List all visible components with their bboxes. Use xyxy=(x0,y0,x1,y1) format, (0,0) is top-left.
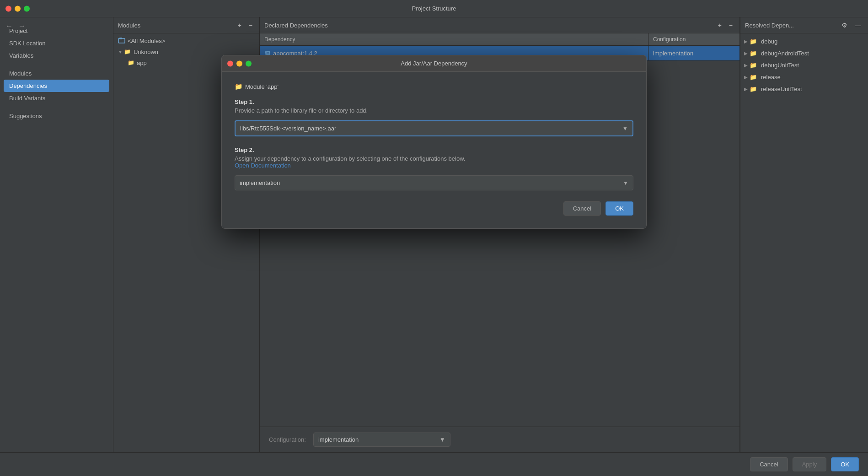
nav-arrows: ← → xyxy=(4,21,27,31)
add-jar-aar-dialog: Add Jar/Aar Dependency 📁 Module 'app' St… xyxy=(221,55,647,229)
resolved-item-debug[interactable]: ▶ 📁 debug xyxy=(740,35,868,47)
dep-col-dependency: Dependency xyxy=(260,33,648,45)
step2-section: Step 2. Assign your dependency to a conf… xyxy=(235,146,633,190)
folder-dut-icon: 📁 xyxy=(750,61,757,69)
resolved-tree: ▶ 📁 debug ▶ 📁 debugAndroidTest ▶ 📁 debug… xyxy=(740,33,868,97)
unknown-label: Unknown xyxy=(134,49,158,55)
dep-col-configuration: Configuration xyxy=(648,33,739,45)
path-input-row: ▼ xyxy=(235,120,633,136)
all-modules-label: <All Modules> xyxy=(128,38,165,44)
chevron-right-release: ▶ xyxy=(744,75,748,80)
resolved-panel: Resolved Depen... ⚙ — ▶ 📁 debug ▶ 📁 debu… xyxy=(740,17,868,452)
path-input[interactable] xyxy=(236,121,618,135)
dep-config-value: implementation xyxy=(648,46,739,60)
step1-title: Step 1. xyxy=(235,98,633,105)
main-ok-button[interactable]: OK xyxy=(831,457,859,471)
config-row: Configuration: implementation ▼ xyxy=(260,427,739,452)
folder-dat-icon: 📁 xyxy=(750,49,757,57)
debug-label: debug xyxy=(761,38,777,45)
main-apply-button[interactable]: Apply xyxy=(793,457,827,471)
module-folder-icon: 📁 xyxy=(235,83,242,90)
folder-debug-icon: 📁 xyxy=(750,38,757,45)
bottom-bar: Cancel Apply OK xyxy=(0,452,868,476)
module-label-text: Module 'app' xyxy=(245,83,279,90)
app-label: app xyxy=(137,60,147,66)
module-label-row: 📁 Module 'app' xyxy=(235,83,633,90)
chevron-right-dat: ▶ xyxy=(744,51,748,56)
debugAndroidTest-label: debugAndroidTest xyxy=(761,50,809,57)
sidebar-item-modules[interactable]: Modules xyxy=(0,67,113,80)
svg-rect-1 xyxy=(119,38,122,39)
dialog-ok-button[interactable]: OK xyxy=(605,201,633,216)
folder-release-icon: 📁 xyxy=(750,73,757,81)
step1-desc: Provide a path to the library file or di… xyxy=(235,107,633,114)
traffic-lights xyxy=(5,5,30,11)
dialog-body: 📁 Module 'app' Step 1. Provide a path to… xyxy=(222,72,646,228)
dialog-traffic-lights xyxy=(227,60,252,66)
sidebar-item-suggestions[interactable]: Suggestions xyxy=(0,110,113,122)
title-bar: Project Structure xyxy=(0,0,868,17)
config-label: Configuration: xyxy=(269,436,306,443)
sidebar-item-dependencies[interactable]: Dependencies xyxy=(4,80,109,92)
dialog-cancel-button[interactable]: Cancel xyxy=(563,201,601,216)
modules-icon xyxy=(118,37,125,44)
folder-rut-icon: 📁 xyxy=(750,85,757,92)
minimize-button[interactable] xyxy=(15,5,21,11)
step2-desc: Assign your dependency to a configuratio… xyxy=(235,155,633,169)
releaseUnitTest-label: releaseUnitTest xyxy=(761,86,802,92)
resolved-item-debugAndroidTest[interactable]: ▶ 📁 debugAndroidTest xyxy=(740,47,868,59)
resolved-item-releaseUnitTest[interactable]: ▶ 📁 releaseUnitTest xyxy=(740,83,868,95)
dep-remove-button[interactable]: − xyxy=(727,21,735,29)
resolved-item-release[interactable]: ▶ 📁 release xyxy=(740,71,868,83)
config-dropdown-btn[interactable]: ▼ xyxy=(435,433,450,446)
dialog-title: Add Jar/Aar Dependency xyxy=(401,60,467,67)
dialog-footer: Cancel OK xyxy=(235,201,633,217)
resolved-panel-actions: ⚙ — xyxy=(839,21,863,29)
dependencies-panel-header: Declared Dependencies + − xyxy=(260,17,739,33)
modules-panel-header: Modules + − xyxy=(113,17,259,33)
config-value: implementation xyxy=(314,433,435,446)
step2-title: Step 2. xyxy=(235,146,633,153)
dialog-minimize-button[interactable] xyxy=(236,60,242,66)
dep-table-header: Dependency Configuration xyxy=(260,33,739,46)
sidebar-item-sdk-location[interactable]: SDK Location xyxy=(0,37,113,49)
dialog-config-dropdown-btn[interactable]: ▼ xyxy=(618,176,633,190)
dep-add-button[interactable]: + xyxy=(716,21,724,29)
declared-deps-title: Declared Dependencies xyxy=(264,22,328,29)
folder-icon: 📁 xyxy=(124,48,131,55)
resolved-panel-title: Resolved Depen... xyxy=(745,22,794,29)
chevron-right-rut: ▶ xyxy=(744,87,748,92)
close-button[interactable] xyxy=(5,5,11,11)
maximize-button[interactable] xyxy=(24,5,30,11)
tree-item-all-modules[interactable]: <All Modules> xyxy=(113,35,259,46)
resolved-item-debugUnitTest[interactable]: ▶ 📁 debugUnitTest xyxy=(740,59,868,71)
resolved-settings-btn[interactable]: ⚙ xyxy=(839,21,850,29)
config-select-row: implementation ▼ xyxy=(313,433,450,447)
forward-button[interactable]: → xyxy=(16,21,27,31)
window-title: Project Structure xyxy=(412,5,456,12)
app-folder-icon: 📁 xyxy=(127,59,134,66)
release-label: release xyxy=(761,74,781,81)
resolved-panel-header: Resolved Depen... ⚙ — xyxy=(740,17,868,33)
main-cancel-button[interactable]: Cancel xyxy=(750,457,788,471)
debugUnitTest-label: debugUnitTest xyxy=(761,62,799,69)
dialog-close-button[interactable] xyxy=(227,60,233,66)
modules-panel-actions: + − xyxy=(236,21,255,29)
modules-panel-title: Modules xyxy=(118,22,140,29)
resolved-close-btn[interactable]: — xyxy=(852,21,863,29)
modules-add-button[interactable]: + xyxy=(236,21,244,29)
left-sidebar: Project SDK Location Variables Modules D… xyxy=(0,17,113,452)
dialog-maximize-button[interactable] xyxy=(246,60,252,66)
expand-icon: ▼ xyxy=(118,49,123,54)
open-documentation-link[interactable]: Open Documentation xyxy=(235,162,291,169)
sidebar-item-variables[interactable]: Variables xyxy=(0,49,113,62)
path-dropdown-button[interactable]: ▼ xyxy=(618,122,632,135)
sidebar-item-build-variants[interactable]: Build Variants xyxy=(0,92,113,104)
dep-panel-actions: + − xyxy=(716,21,735,29)
modules-remove-button[interactable]: − xyxy=(246,21,255,29)
dialog-title-bar: Add Jar/Aar Dependency xyxy=(222,55,646,72)
back-button[interactable]: ← xyxy=(4,21,15,31)
step1-section: Step 1. Provide a path to the library fi… xyxy=(235,98,633,136)
chevron-right-debug: ▶ xyxy=(744,39,748,44)
chevron-right-dut: ▶ xyxy=(744,63,748,68)
